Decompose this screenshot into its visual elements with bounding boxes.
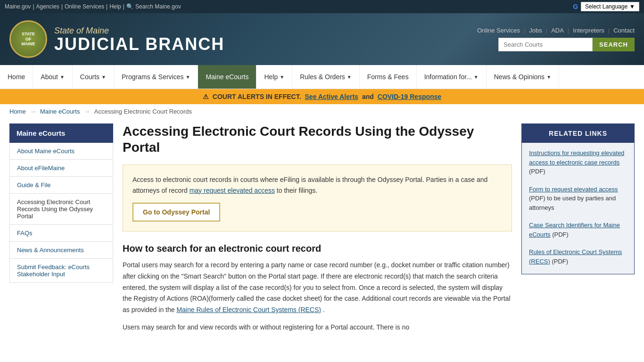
ada-link[interactable]: ADA bbox=[551, 27, 564, 34]
related-link-2-suffix: (PDF) to be used by parties and attorney… bbox=[529, 195, 616, 211]
page-heading: Accessing Electronic Court Records Using… bbox=[123, 123, 512, 155]
info-dropdown-arrow: ▼ bbox=[474, 74, 479, 80]
sidebar-item-guide-file[interactable]: Guide & File bbox=[9, 177, 113, 194]
related-link-1: Instructions for requesting elevated acc… bbox=[529, 148, 627, 176]
related-link-3-suffix: (PDF) bbox=[552, 231, 569, 238]
related-links-content: Instructions for requesting elevated acc… bbox=[522, 143, 634, 274]
right-sidebar: RELATED LINKS Instructions for requestin… bbox=[521, 123, 635, 331]
related-link-4: Rules of Electronic Court Systems (RECS)… bbox=[529, 247, 627, 266]
nav-help[interactable]: Help ▼ bbox=[256, 65, 292, 89]
separator3: | bbox=[106, 3, 107, 10]
related-links-box: RELATED LINKS Instructions for requestin… bbox=[521, 123, 635, 274]
nav-maine-ecourts[interactable]: Maine eCourts bbox=[198, 65, 256, 89]
jobs-link[interactable]: Jobs bbox=[529, 27, 542, 34]
news-dropdown-arrow: ▼ bbox=[546, 74, 551, 80]
breadcrumb-sep2: → bbox=[84, 108, 92, 115]
breadcrumb-ecourts[interactable]: Maine eCourts bbox=[40, 108, 80, 115]
branch-name: JUDICIAL BRANCH bbox=[54, 36, 224, 53]
separator4: | bbox=[123, 3, 124, 10]
alert-icon: ⚠ bbox=[203, 93, 209, 100]
nav-forms-fees[interactable]: Forms & Fees bbox=[360, 65, 417, 89]
intro-paragraph: Access to electronic court records in co… bbox=[132, 174, 502, 196]
search-icon: 🔍 bbox=[126, 3, 133, 10]
separator2: | bbox=[61, 3, 63, 10]
intro-text2: to their filings. bbox=[277, 187, 317, 194]
left-sidebar: Maine eCourts About Maine eCourts About … bbox=[9, 123, 113, 331]
sidebar-item-submit-feedback[interactable]: Submit Feedback: eCourts Stakeholder Inp… bbox=[9, 259, 113, 283]
header-right: Online Services | Jobs | ADA | Interpret… bbox=[477, 27, 635, 51]
related-link-4-suffix: (PDF) bbox=[552, 258, 568, 265]
main-content: Accessing Electronic Court Records Using… bbox=[123, 123, 512, 331]
search-desc-period: . bbox=[323, 306, 325, 313]
help-link[interactable]: Help bbox=[109, 3, 121, 10]
nav-courts[interactable]: Courts ▼ bbox=[73, 65, 114, 89]
top-utility-bar: Maine.gov | Agencies | Online Services |… bbox=[0, 0, 644, 13]
top-bar-right: G Select Language ▼ bbox=[573, 2, 639, 11]
related-link-4-anchor[interactable]: Rules of Electronic Court Systems (RECS) bbox=[529, 248, 622, 265]
related-link-2: Form to request elevated access (PDF) to… bbox=[529, 185, 627, 213]
google-g-icon: G bbox=[573, 3, 578, 10]
sep: | bbox=[608, 27, 610, 34]
sidebar-item-efilemaine[interactable]: About eFileMaine bbox=[9, 160, 113, 177]
programs-dropdown-arrow: ▼ bbox=[185, 74, 190, 80]
search-courts-input[interactable] bbox=[498, 38, 593, 51]
search-bar: SEARCH bbox=[498, 38, 635, 51]
related-links-title: RELATED LINKS bbox=[522, 124, 634, 143]
odyssey-portal-button[interactable]: Go to Odyssey Portal bbox=[132, 203, 220, 222]
state-seal: STATEOFMAINE bbox=[9, 20, 47, 58]
alert-text: COURT ALERTS IN EFFECT. bbox=[213, 93, 301, 100]
page-layout: Maine eCourts About Maine eCourts About … bbox=[0, 119, 644, 336]
breadcrumb-sep1: → bbox=[30, 108, 38, 115]
search-maine-link[interactable]: Search Maine.gov bbox=[135, 3, 181, 10]
covid-response-link[interactable]: COVID-19 Response bbox=[378, 93, 441, 100]
active-alerts-link[interactable]: See Active Alerts bbox=[305, 93, 358, 100]
nav-information-for[interactable]: Information for... ▼ bbox=[417, 65, 487, 89]
sidebar-item-news-announcements[interactable]: News & Announcements bbox=[9, 242, 113, 259]
sep: | bbox=[524, 27, 525, 34]
sep: | bbox=[568, 27, 569, 34]
breadcrumb: Home → Maine eCourts → Accessing Electro… bbox=[0, 104, 644, 119]
online-services-link[interactable]: Online Services bbox=[65, 3, 104, 10]
search-section-title: How to search for an electronic court re… bbox=[123, 243, 512, 254]
elevated-access-link[interactable]: may request elevated access bbox=[190, 187, 275, 194]
related-link-3-anchor[interactable]: Case Search Identifiers for Maine eCourt… bbox=[529, 222, 620, 238]
recs-link[interactable]: Maine Rules of Electronic Court Systems … bbox=[176, 306, 321, 313]
contact-link[interactable]: Contact bbox=[613, 27, 635, 34]
search-button[interactable]: SEARCH bbox=[593, 38, 635, 51]
intro-box: Access to electronic court records in co… bbox=[123, 165, 512, 231]
courts-dropdown-arrow: ▼ bbox=[101, 74, 106, 80]
sidebar-item-about-ecourts[interactable]: About Maine eCourts bbox=[9, 143, 113, 160]
about-dropdown-arrow: ▼ bbox=[60, 74, 65, 80]
select-language-label: Select Language bbox=[585, 3, 627, 10]
nav-about[interactable]: About ▼ bbox=[33, 65, 73, 89]
search-description-paragraph: Portal users may search for a record by … bbox=[123, 260, 512, 316]
nav-rules-orders[interactable]: Rules & Orders ▼ bbox=[292, 65, 360, 89]
agencies-link[interactable]: Agencies bbox=[36, 3, 59, 10]
interpreters-link[interactable]: Interpreters bbox=[573, 27, 604, 34]
breadcrumb-current: Accessing Electronic Court Records bbox=[94, 108, 192, 115]
related-link-1-suffix: (PDF) bbox=[529, 168, 545, 175]
separator: | bbox=[33, 3, 34, 10]
breadcrumb-home[interactable]: Home bbox=[9, 108, 26, 115]
maine-gov-link[interactable]: Maine.gov bbox=[5, 3, 31, 10]
sidebar-title: Maine eCourts bbox=[9, 123, 113, 143]
header-title: State of Maine JUDICIAL BRANCH bbox=[54, 26, 224, 53]
search-description-3: Users may search for and view records wi… bbox=[123, 323, 512, 331]
main-navigation: Home About ▼ Courts ▼ Programs & Service… bbox=[0, 65, 644, 89]
sep: | bbox=[546, 27, 547, 34]
related-link-2-anchor[interactable]: Form to request elevated access bbox=[529, 186, 618, 193]
site-header: STATEOFMAINE State of Maine JUDICIAL BRA… bbox=[0, 13, 644, 65]
select-language-button[interactable]: Select Language ▼ bbox=[581, 2, 639, 11]
nav-programs-services[interactable]: Programs & Services ▼ bbox=[114, 65, 198, 89]
related-link-1-anchor[interactable]: Instructions for requesting elevated acc… bbox=[529, 149, 624, 166]
top-bar-left: Maine.gov | Agencies | Online Services |… bbox=[5, 3, 181, 10]
sidebar-item-accessing-records[interactable]: Accessing Electronic Court Records Using… bbox=[9, 194, 113, 225]
sidebar-item-faqs[interactable]: FAQs bbox=[9, 225, 113, 242]
header-links: Online Services | Jobs | ADA | Interpret… bbox=[477, 27, 635, 34]
online-services-header-link[interactable]: Online Services bbox=[477, 27, 520, 34]
dropdown-arrow-icon: ▼ bbox=[629, 3, 635, 10]
help-dropdown-arrow: ▼ bbox=[280, 74, 284, 80]
nav-news-opinions[interactable]: News & Opinions ▼ bbox=[487, 65, 559, 89]
header-logo: STATEOFMAINE State of Maine JUDICIAL BRA… bbox=[9, 20, 224, 58]
nav-home[interactable]: Home bbox=[0, 65, 33, 89]
